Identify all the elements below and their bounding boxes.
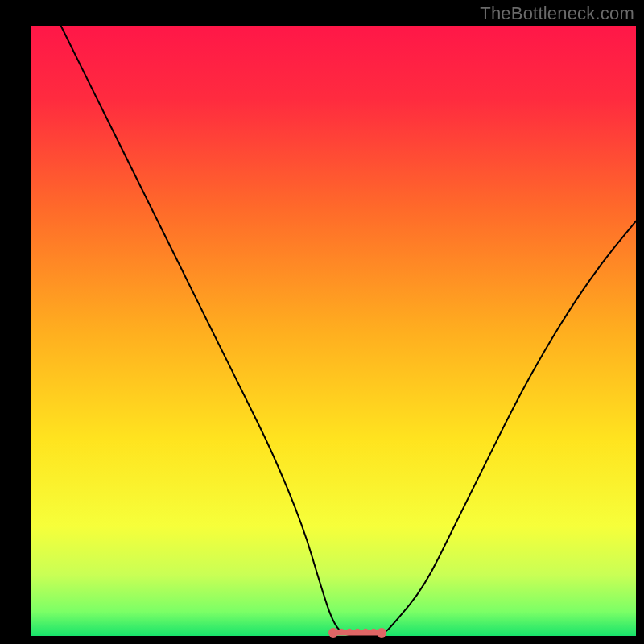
svg-point-5 [355, 629, 360, 634]
svg-point-6 [363, 629, 368, 634]
watermark-text: TheBottleneck.com [480, 3, 634, 24]
gradient-background [31, 26, 636, 636]
svg-point-7 [371, 629, 376, 634]
chart-stage: TheBottleneck.com [0, 0, 644, 644]
bottleneck-chart [0, 0, 644, 644]
svg-point-3 [339, 629, 344, 634]
svg-point-4 [347, 629, 352, 634]
